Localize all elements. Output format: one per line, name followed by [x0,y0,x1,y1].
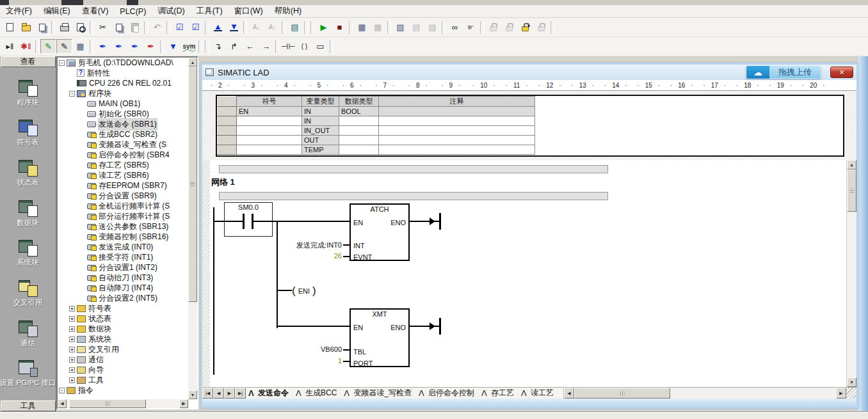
toolbar-separator[interactable] [310,21,314,34]
toolbar-separator[interactable] [480,21,484,34]
tree-item[interactable]: MAIN (OB1) [58,99,188,109]
resize-grip[interactable] [846,388,856,399]
table-cell[interactable]: OUT [302,136,339,145]
toolbar-separator[interactable] [282,21,285,34]
scroll-left-icon[interactable]: ◀ [58,399,67,408]
tree-expander-icon[interactable] [79,101,85,107]
force-pointer-button[interactable]: ☛ [463,20,479,35]
scroll-down-icon[interactable]: ▼ [188,390,197,399]
tree-vertical-scrollbar[interactable]: ▲ ▼ [188,58,197,399]
menu-item[interactable]: 窗口(W) [229,4,269,18]
tree-expander-icon[interactable] [79,214,85,219]
tab-nav-button[interactable]: ◀ [213,388,224,399]
tree-expander-icon[interactable] [79,275,85,281]
table-cell[interactable]: IN [302,107,339,116]
tree-item[interactable]: 读工艺 (SBR6) [58,170,188,180]
tree-expander-icon[interactable] [79,132,85,138]
scroll-right-icon[interactable]: ▶ [836,388,846,399]
upload-button[interactable]: ▲ [210,20,226,35]
nav-item[interactable]: 通信 [0,320,56,348]
toolbar-separator[interactable] [35,40,39,53]
compile-button[interactable]: ☑ [172,20,188,35]
tree-item[interactable]: 全机运行频率计算 (S [58,201,188,211]
ladder-canvas[interactable]: 网络 1 SM0.0 ATCH EN [210,160,846,387]
row-selector[interactable] [218,97,237,107]
tree-expander-icon[interactable] [69,91,75,97]
row-selector[interactable] [218,126,237,136]
tree-item[interactable]: 分合设置2 (INT5) [58,293,188,303]
line-down-button[interactable]: ↴ [210,39,226,54]
scrollbar-thumb[interactable] [69,399,146,408]
tree-expander-icon[interactable] [79,203,85,209]
subroutine-tab[interactable]: 读工艺 [520,388,559,399]
tree-item[interactable]: 存EEPROM (SBR7) [58,180,188,191]
program-status-button[interactable]: ▦ [354,20,370,35]
toolbar-separator[interactable] [551,21,554,34]
tree-item[interactable]: 变频器读_写检查 (S [58,139,188,150]
toolbar-separator[interactable] [90,21,93,34]
tree-expander-icon[interactable] [79,285,85,291]
tree-item[interactable]: 变频器控制 (SBR16) [58,232,188,242]
print-preview-button[interactable] [72,20,88,35]
toolbar-separator[interactable] [275,40,279,53]
read-all-forced-button[interactable] [533,20,549,35]
table-cell[interactable] [339,126,379,136]
tree-item[interactable]: 系统块 [58,334,188,344]
tree-item[interactable]: 剪毛机 (D:\TDDOWNLOAD\ [58,58,188,68]
contact-symbol[interactable] [243,214,245,229]
tree-item[interactable]: 工具 [58,375,188,385]
pause-program-status-button[interactable]: ▦ [370,20,386,35]
force-lock-button[interactable] [485,20,501,35]
nav-item[interactable]: 数据块 [0,200,56,228]
ladder-horizontal-scrollbar[interactable]: ◀ ▶ [563,388,846,399]
toolbar-separator[interactable] [90,40,93,53]
tree-expander-icon[interactable] [59,388,65,393]
insert-contact-button[interactable]: ⊣⊢ [280,39,296,54]
tree-item[interactable]: 自动抬刀 (INT3) [58,273,188,283]
unforce-all-button[interactable] [517,20,533,35]
tree-item[interactable]: 状态表 [58,313,188,324]
chart-status-button[interactable]: ▨ [392,20,408,35]
network-label[interactable]: 网络 1 [211,177,235,188]
menu-item[interactable]: 编辑(E) [38,4,76,18]
table-cell[interactable] [339,116,379,126]
table-cell[interactable] [379,145,535,155]
int-operand[interactable]: 发送完成:INT0 [273,241,342,250]
tree-expander-icon[interactable] [69,316,75,322]
nav-item[interactable]: 设置 PG/PC 接口 [0,360,56,388]
table-cell[interactable] [237,145,302,155]
print-button[interactable] [56,20,72,35]
tree-expander-icon[interactable] [79,183,85,189]
menu-item[interactable]: PLC(P) [114,6,152,17]
tree-expander-icon[interactable] [69,326,75,332]
tree-expander-icon[interactable] [69,357,75,363]
undo-button[interactable]: ↶ [149,20,165,35]
insert-coil-button[interactable]: ( ) [296,39,312,54]
menu-item[interactable]: 查看(V) [76,4,115,18]
tree-item[interactable]: 分合设置1 (INT2) [58,262,188,273]
menu-item[interactable]: 帮助(H) [269,4,307,18]
tree-item[interactable]: 指令 [58,385,188,395]
next-bookmark-button[interactable]: ✒ [111,39,127,54]
scrollbar-thumb[interactable] [188,67,197,302]
compile-all-button[interactable]: ☑ [188,20,204,35]
sym-toggle-button[interactable]: sym [181,39,197,54]
tree-expander-icon[interactable] [59,60,65,66]
tree-item[interactable]: 数据块 [58,324,188,334]
tree-item[interactable]: 交叉引用 [58,344,188,354]
column-header[interactable]: 符号 [237,97,302,107]
network-title-bar[interactable] [219,165,608,173]
view-bar-header[interactable]: 查看 [1,56,56,67]
port-operand[interactable]: 1 [319,357,342,365]
tree-item[interactable]: 部分运行频率计算 (S [58,211,188,221]
scroll-left-icon[interactable]: ◀ [564,388,574,399]
tree-item[interactable]: 接受字符 (INT1) [58,252,188,262]
unforce-button[interactable] [501,20,517,35]
toolbar-separator[interactable] [166,21,170,34]
subroutine-tab[interactable]: 启停命令控制 [417,388,480,399]
menu-item[interactable]: 调试(D) [152,4,190,18]
line-up-button[interactable]: ↱ [226,39,242,54]
tree-expander-icon[interactable] [79,173,85,178]
xmt-instruction-box[interactable]: XMT EN ENO TBL PORT [350,308,410,367]
paste-button[interactable] [127,20,143,35]
